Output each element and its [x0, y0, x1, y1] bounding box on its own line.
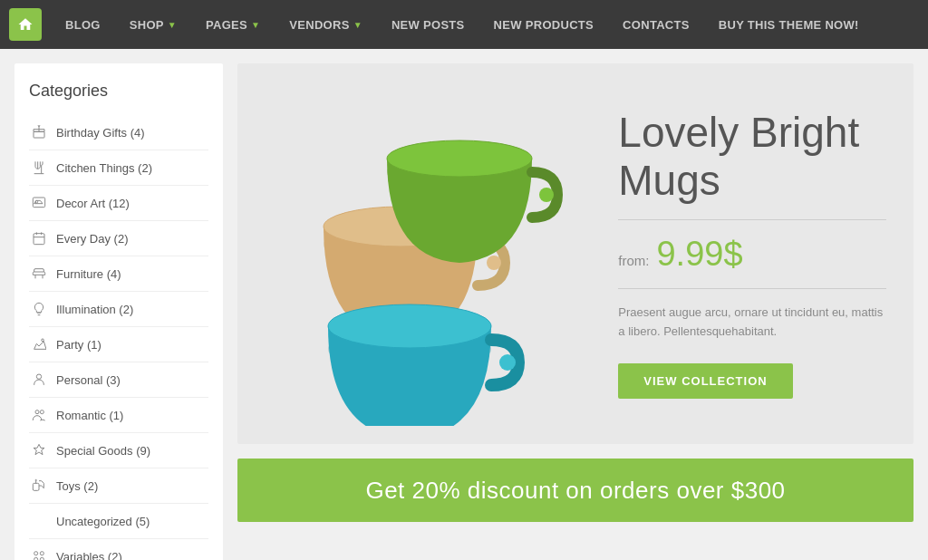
cat-decor-art-label: Decor Art (12): [56, 197, 208, 210]
nav-contacts[interactable]: CONTACTS: [608, 0, 704, 49]
hero-from-label: from:: [618, 253, 649, 268]
special-goods-icon: [29, 440, 49, 460]
nav-vendors[interactable]: VENDORS ▼: [275, 0, 377, 49]
citchen-things-icon: [29, 158, 49, 178]
svg-rect-0: [34, 131, 44, 138]
svg-point-29: [539, 188, 554, 202]
cat-toys[interactable]: Toys (2): [29, 468, 208, 504]
cat-personal-label: Personal (3): [56, 373, 208, 387]
svg-point-32: [499, 354, 516, 371]
nav-buy-theme[interactable]: BUY THIS THEME NOW!: [704, 0, 874, 49]
cat-birthday-gifts[interactable]: Birthday Gifts (4): [29, 115, 208, 150]
cat-every-day-label: Every Day (2): [56, 232, 208, 246]
promo-text: Get 20% discount on orders over $300: [365, 477, 785, 505]
cat-special-goods-label: Special Goods (9): [56, 444, 208, 458]
cat-furniture-label: Furniture (4): [56, 267, 208, 281]
cat-romantic-label: Romantic (1): [56, 409, 208, 422]
nav-new-products[interactable]: NEW PRODUCTS: [479, 0, 609, 49]
cat-illumination-label: Illumination (2): [56, 303, 208, 316]
svg-rect-15: [33, 483, 39, 490]
svg-point-14: [40, 410, 44, 414]
hero-price: 9.99$: [656, 235, 742, 274]
hero-banner: Lovely Bright Mugs from: 9.99$ Praesent …: [237, 63, 914, 444]
svg-point-11: [42, 339, 44, 342]
main-wrapper: Categories Birthday Gifts (4) Citchen Th…: [0, 49, 928, 560]
cat-citchen-things[interactable]: Citchen Things (2): [29, 150, 208, 186]
cat-party-label: Party (1): [56, 338, 208, 352]
nav-new-posts[interactable]: NEW POSTS: [377, 0, 479, 49]
content-area: Lovely Bright Mugs from: 9.99$ Praesent …: [237, 63, 914, 560]
hero-text: Lovely Bright Mugs from: 9.99$ Praesent …: [609, 82, 914, 425]
home-button[interactable]: [9, 8, 42, 41]
every-day-icon: [29, 228, 49, 248]
pages-arrow-icon: ▼: [251, 20, 260, 30]
hero-divider: [618, 219, 886, 220]
decor-art-icon: [29, 193, 49, 213]
cat-romantic[interactable]: Romantic (1): [29, 398, 208, 433]
hero-heading: Lovely Bright Mugs: [618, 109, 886, 205]
sidebar: Categories Birthday Gifts (4) Citchen Th…: [14, 63, 223, 560]
cat-uncategorized[interactable]: Uncategorized (5): [29, 504, 208, 539]
hero-image: [237, 63, 609, 444]
nav-blog[interactable]: BLOG: [51, 0, 115, 49]
variables-icon: [29, 546, 49, 560]
nav-pages[interactable]: PAGES ▼: [191, 0, 275, 49]
personal-icon: [29, 370, 49, 390]
home-icon: [17, 16, 34, 33]
category-list: Birthday Gifts (4) Citchen Things (2) De…: [29, 115, 208, 560]
categories-title: Categories: [29, 82, 208, 101]
cat-citchen-things-label: Citchen Things (2): [56, 161, 208, 175]
cat-illumination[interactable]: Illumination (2): [29, 292, 208, 327]
svg-point-33: [328, 304, 491, 348]
cat-furniture[interactable]: Furniture (4): [29, 256, 208, 292]
svg-point-18: [34, 552, 38, 555]
cat-variables-label: Variables (2): [56, 550, 208, 561]
hero-divider2: [618, 288, 886, 289]
party-icon: [29, 334, 49, 354]
hero-price-row: from: 9.99$: [618, 235, 886, 274]
vendors-arrow-icon: ▼: [353, 20, 362, 30]
nav-shop[interactable]: SHOP ▼: [115, 0, 191, 49]
svg-point-13: [35, 410, 39, 414]
birthday-gifts-icon: [29, 122, 49, 142]
cat-toys-label: Toys (2): [56, 479, 208, 493]
cat-birthday-gifts-label: Birthday Gifts (4): [56, 126, 208, 140]
romantic-icon: [29, 405, 49, 425]
cat-variables[interactable]: Variables (2): [29, 539, 208, 560]
hero-description: Praesent augue arcu, ornare ut tincidunt…: [618, 304, 886, 342]
svg-point-19: [40, 552, 44, 555]
svg-point-17: [35, 479, 36, 480]
toys-icon: [29, 476, 49, 496]
cat-party[interactable]: Party (1): [29, 327, 208, 362]
svg-point-30: [387, 140, 532, 177]
uncategorized-icon: [29, 511, 49, 531]
promo-banner[interactable]: Get 20% discount on orders over $300: [237, 459, 914, 522]
furniture-icon: [29, 264, 49, 284]
illumination-icon: [29, 299, 49, 319]
cat-decor-art[interactable]: Decor Art (12): [29, 186, 208, 221]
cat-personal[interactable]: Personal (3): [29, 362, 208, 398]
cat-uncategorized-label: Uncategorized (5): [56, 515, 208, 528]
mugs-illustration: [269, 82, 577, 426]
svg-rect-5: [34, 234, 44, 245]
shop-arrow-icon: ▼: [168, 20, 177, 30]
view-collection-button[interactable]: VIEW COLLECTION: [618, 363, 792, 399]
nav-items: BLOG SHOP ▼ PAGES ▼ VENDORS ▼ NEW POSTS …: [51, 0, 874, 49]
cat-every-day[interactable]: Every Day (2): [29, 221, 208, 256]
svg-point-12: [36, 374, 41, 379]
cat-special-goods[interactable]: Special Goods (9): [29, 433, 208, 468]
svg-point-26: [487, 256, 501, 270]
navigation: BLOG SHOP ▼ PAGES ▼ VENDORS ▼ NEW POSTS …: [0, 0, 928, 49]
